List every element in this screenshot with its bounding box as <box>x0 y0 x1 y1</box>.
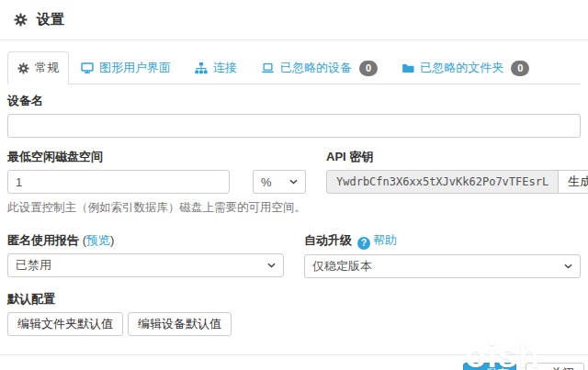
api-key-value: YwdrbCfn3X6xx5tXJvKk62Po7vTFEsrL <box>326 170 559 194</box>
general-tab-panel: 设备名 最低空闲磁盘空间 % 此设置控制主（例如索引数据库）磁盘上需要的可用空间… <box>0 84 588 336</box>
chevron-down-icon <box>564 263 572 269</box>
tab-label: 常规 <box>35 60 59 76</box>
close-x-icon: ✖ <box>536 367 546 370</box>
edit-folder-defaults-button[interactable]: 编辑文件夹默认值 <box>7 312 123 336</box>
settings-tabs: 常规 图形用户界面 连接 <box>7 51 581 84</box>
sitemap-icon <box>195 62 208 74</box>
auto-upgrade-label: 自动升级?帮助 <box>304 232 581 250</box>
chevron-down-icon <box>267 263 276 268</box>
usage-report-label: 匿名使用报告 (预览) <box>7 232 284 249</box>
api-key-label: API 密钥 <box>326 149 588 165</box>
usage-report-field: 匿名使用报告 (预览) 已禁用 <box>7 232 284 278</box>
min-free-disk-help: 此设置控制主（例如索引数据库）磁盘上需要的可用空间。 <box>7 200 306 216</box>
laptop-icon <box>261 62 275 74</box>
page-title: 设置 <box>14 11 64 28</box>
check-icon: ✔ <box>470 367 481 370</box>
close-button[interactable]: ✖ 关闭 <box>526 363 584 370</box>
close-button-label: 关闭 <box>550 365 574 370</box>
api-key-field: API 密钥 YwdrbCfn3X6xx5tXJvKk62Po7vTFEsrL … <box>326 149 588 216</box>
dialog-footer: ✔ 保存 ✖ 关闭 <box>0 354 588 370</box>
display-icon <box>81 62 94 74</box>
tab-gui[interactable]: 图形用户界面 <box>69 51 183 84</box>
edit-device-defaults-button[interactable]: 编辑设备默认值 <box>128 312 232 336</box>
min-free-disk-label: 最低空闲磁盘空间 <box>7 149 306 165</box>
save-button-label: 保存 <box>485 365 509 370</box>
generate-api-key-button[interactable]: 生成 <box>558 170 588 194</box>
auto-upgrade-field: 自动升级?帮助 仅稳定版本 <box>304 232 581 278</box>
defaults-section: 默认配置 编辑文件夹默认值 编辑设备默认值 <box>7 291 581 336</box>
tab-ignored-folders[interactable]: 已忽略的文件夹 0 <box>390 51 541 84</box>
tab-ignored-devices[interactable]: 已忽略的设备 0 <box>249 51 390 84</box>
question-circle-icon: ? <box>357 237 370 250</box>
usage-report-preview-link[interactable]: 预览 <box>86 233 110 247</box>
dialog-header: 设置 <box>0 0 588 40</box>
ignored-devices-count-badge: 0 <box>359 61 378 76</box>
tab-label: 已忽略的设备 <box>280 60 352 76</box>
usage-report-selected: 已禁用 <box>16 257 51 274</box>
min-free-disk-field: 最低空闲磁盘空间 % 此设置控制主（例如索引数据库）磁盘上需要的可用空间。 <box>7 149 306 216</box>
folder-icon <box>401 62 414 74</box>
auto-upgrade-help-link[interactable]: 帮助 <box>373 233 397 247</box>
tab-label: 图形用户界面 <box>99 60 171 76</box>
tab-label: 已忽略的文件夹 <box>420 60 503 76</box>
gear-icon <box>14 13 28 27</box>
tab-general[interactable]: 常规 <box>7 51 69 84</box>
defaults-label: 默认配置 <box>7 291 581 308</box>
selected-unit: % <box>261 175 272 189</box>
device-name-input[interactable] <box>7 114 581 138</box>
min-free-disk-input[interactable] <box>7 170 230 194</box>
chevron-down-icon <box>289 179 298 185</box>
tab-label: 连接 <box>213 60 237 76</box>
auto-upgrade-selected: 仅稳定版本 <box>312 258 372 275</box>
ignored-folders-count-badge: 0 <box>511 61 529 76</box>
device-name-label: 设备名 <box>7 93 581 109</box>
save-button[interactable]: ✔ 保存 <box>463 363 516 370</box>
page-title-text: 设置 <box>37 11 64 28</box>
gear-icon <box>17 62 29 74</box>
usage-report-select[interactable]: 已禁用 <box>7 253 284 277</box>
auto-upgrade-select[interactable]: 仅稳定版本 <box>304 254 581 278</box>
min-free-disk-unit-select[interactable]: % <box>253 170 306 194</box>
tab-connections[interactable]: 连接 <box>183 51 249 84</box>
